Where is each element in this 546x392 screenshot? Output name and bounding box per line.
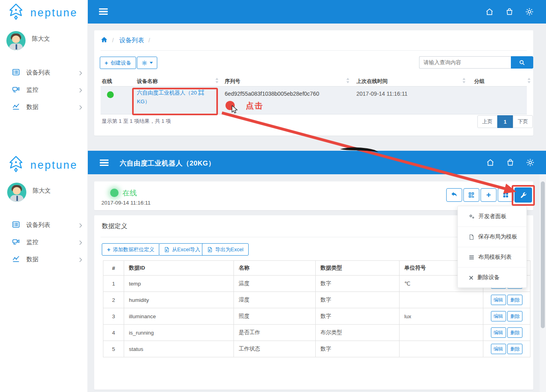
field-type: 数字 [316,276,400,292]
sidebar-item-device-list[interactable]: 设备列表 [0,67,88,79]
logo-wordmark[interactable]: neptune [30,159,78,171]
import-excel-button[interactable]: 从Excel导入 [159,243,206,256]
chevron-right-icon [79,257,82,264]
field-type: 数字 [316,292,400,308]
screen-device-detail: neptune 陈大文 设备列表 监控 数据 六自由度工业机器人（20KG） [0,151,546,392]
delete-button[interactable]: 删除 [507,311,522,321]
breadcrumb-separator: / [148,37,150,43]
delete-button[interactable]: 删除 [507,327,522,338]
sidebar: neptune 陈大文 设备列表 监控 数据 [0,0,88,151]
list-icon [469,254,475,260]
panel-title: 数据定义 [102,222,127,230]
breadcrumb-separator: / [112,37,114,43]
monitor-camera-icon [12,238,20,247]
add-widget-button[interactable]: + [481,188,497,202]
data-chart-icon [12,102,20,112]
device-page-title: 六自由度工业机器人（20KG） [120,159,215,168]
store-bag-icon[interactable] [505,8,514,18]
store-bag-icon[interactable] [506,158,514,168]
export-excel-button[interactable]: 导出为Excel [202,243,249,256]
field-type: 布尔类型 [316,325,400,341]
dropdown-item-developer-panel[interactable]: 开发者面板 [458,206,526,227]
sort-icon[interactable] [462,78,466,85]
col-header-serial: 序列号 [225,78,240,85]
data-chart-icon [12,255,20,264]
sort-icon[interactable] [346,78,350,85]
chevron-right-icon [79,104,82,112]
top-navbar [88,0,546,24]
search-icon [519,59,525,66]
field-name: 湿度 [234,292,316,308]
dropdown-item-layout-template-list[interactable]: 布局模板列表 [458,247,526,267]
results-summary: 显示第 1 至 1 项结果，共 1 项 [102,118,171,125]
sidebar-item-data[interactable]: 数据 [0,101,88,113]
add-data-field-button[interactable]: +添加数据栏位定义 [102,243,160,256]
scrollbar-thumb[interactable] [541,181,545,328]
dropdown-item-save-layout-template[interactable]: 保存布局为模板 [458,227,526,247]
top-navbar: 六自由度工业机器人（20KG） [88,151,546,174]
sidebar-item-data[interactable]: 数据 [0,254,88,266]
field-id: temp [124,276,234,292]
sidebar-item-monitor[interactable]: 监控 [0,236,88,248]
sort-icon[interactable] [527,78,531,85]
avatar[interactable] [7,183,26,202]
sidebar-item-device-list[interactable]: 设备列表 [0,219,88,231]
online-status-label: 在线 [123,188,137,198]
plus-icon: + [486,191,491,199]
user-name: 陈大文 [33,187,51,195]
edit-button[interactable]: 编辑 [491,327,506,338]
breadcrumb-section[interactable]: 设备列表 [119,36,144,45]
home-icon[interactable] [486,158,495,168]
search-input[interactable] [419,56,511,69]
pagination-prev-button[interactable]: 上页 [477,115,497,128]
create-device-button[interactable]: +创建设备 [100,57,136,69]
pagination-page-1[interactable]: 1 [497,115,513,128]
avatar[interactable] [6,31,26,50]
table-settings-dropdown-button[interactable] [137,57,157,69]
delete-button[interactable]: 删除 [507,344,522,354]
field-name: 温度 [234,276,316,292]
gear-icon[interactable] [525,8,534,18]
edit-button[interactable]: 编辑 [491,295,506,305]
qr-code-button[interactable] [463,188,479,202]
annotation-box-device-name [132,88,218,115]
plus-icon: + [107,246,111,252]
pagination-next-button[interactable]: 下页 [513,115,533,128]
sort-icon[interactable] [215,78,219,85]
device-list-icon [12,68,20,78]
search-button[interactable] [511,56,533,69]
file-icon [469,234,475,240]
edit-button[interactable]: 编辑 [491,344,506,354]
neptune-logo-icon[interactable] [7,155,25,175]
excel-file-icon [164,247,170,252]
back-button[interactable] [446,188,462,202]
online-status-dot [110,189,119,197]
device-list-card: / 设备列表 / +创建设备 在线 设备名称 序列号 上次在线时间 分组 [94,30,533,136]
neptune-logo-icon[interactable] [7,3,25,23]
col-header-type: 数据类型 [316,261,400,276]
table-row: 3 illuminance 照度 数字 lux 编辑 删除 [103,308,530,325]
sidebar-item-monitor[interactable]: 监控 [0,84,88,96]
edit-button[interactable]: 编辑 [491,311,506,321]
gear-icon[interactable] [526,158,534,168]
delete-button[interactable]: 删除 [507,295,522,305]
field-name: 是否工作 [234,325,316,341]
col-header-id: 数据ID [124,261,234,276]
hamburger-icon[interactable] [100,160,109,166]
excel-file-icon [207,247,213,252]
chevron-right-icon [79,87,82,95]
field-name: 照度 [234,308,316,325]
home-icon[interactable] [485,8,494,18]
logo-wordmark[interactable]: neptune [30,7,78,19]
layout-grid-button[interactable] [498,188,514,202]
undo-arrow-icon [451,191,458,199]
breadcrumb-home-icon[interactable] [101,36,108,45]
plus-icon: + [105,60,108,66]
monitor-camera-icon [12,85,20,95]
field-type: 数字 [316,308,400,325]
last-online-time: 2017-09-14 11:16:11 [101,200,150,206]
chevron-right-icon [79,240,82,247]
hamburger-icon[interactable] [99,8,108,15]
dropdown-item-delete-device[interactable]: 删除设备 [458,267,526,288]
device-last-online: 2017-09-14 11:16:11 [356,91,408,97]
